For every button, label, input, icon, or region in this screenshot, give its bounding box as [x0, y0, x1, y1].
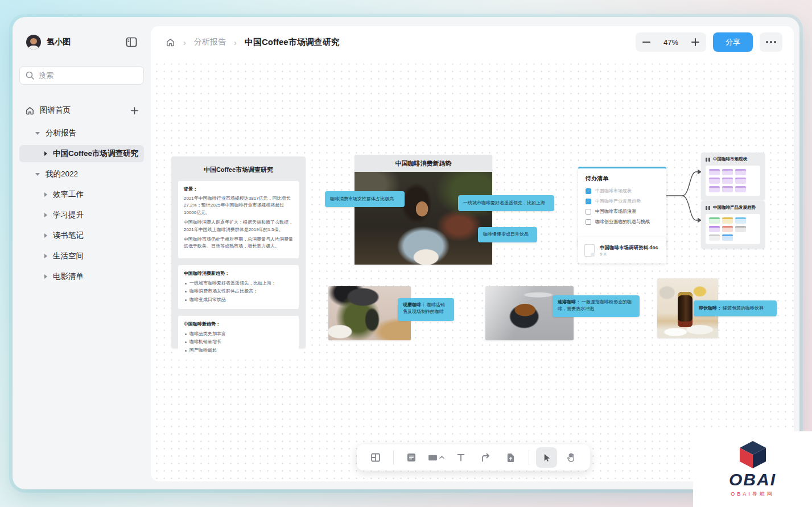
watermark-caption: OBAI导航网: [731, 490, 774, 498]
connector-arrows[interactable]: [666, 164, 703, 226]
file-name: 中国咖啡市场调研资料.doc: [600, 244, 658, 252]
sidebar-item-label: 读书笔记: [53, 230, 84, 241]
sidebar-item-label: 效率工作: [53, 189, 84, 200]
toolbar-divider: [529, 450, 529, 465]
sticky-ready-to-drink-coffee[interactable]: 即饮咖啡：罐装包装的咖啡饮料: [694, 300, 777, 316]
linked-board-market-status[interactable]: 中国咖啡市场现状: [701, 152, 765, 200]
mini-card: [722, 234, 733, 241]
sidebar-group-label: 我的2022: [46, 169, 78, 179]
search-box[interactable]: [19, 66, 144, 85]
doc-section-new-trends[interactable]: 中国咖啡新趋势： 咖啡品类更加丰富 咖啡机销量增长 国产咖啡崛起: [178, 316, 299, 360]
linked-board-product-trends[interactable]: 中国咖啡产品发展趋势: [701, 201, 765, 249]
sidebar-item-reading[interactable]: 读书笔记: [19, 227, 144, 244]
sidebar-nav: 图谱首页 分析报告 中国Coffee市场调查研究 我的2022 效率: [19, 102, 144, 285]
coffee-can: [678, 292, 693, 327]
mini-card-grid: [706, 166, 760, 196]
app-title: 氢小图: [47, 37, 126, 47]
canvas-header: › 分析报告 › 中国Coffee市场调查研究 47% 分享: [151, 26, 794, 58]
sticky-daily-drink[interactable]: 咖啡慢慢变成日常饮品: [478, 227, 537, 242]
bullet-item: 咖啡机销量增长: [184, 338, 293, 346]
sticky-female-consumers[interactable]: 咖啡消费市场女性群体占比极高: [325, 191, 405, 207]
sticky-tier1-cities[interactable]: 一线城市咖啡爱好者遥遥领先，比如上海: [458, 195, 554, 211]
mini-card: [735, 186, 746, 192]
sidebar-group-my2022[interactable]: 我的2022: [19, 166, 144, 183]
zoom-in-button[interactable]: [685, 32, 706, 52]
sidebar-item-learning[interactable]: 学习提升: [19, 207, 144, 224]
todo-item[interactable]: ✓ 中国咖啡产业发展趋势: [586, 198, 659, 204]
chevron-right-icon[interactable]: [44, 192, 47, 197]
chevron-right-icon[interactable]: [44, 213, 47, 217]
doc-card-title: 中国Coffee市场调查研究: [178, 166, 299, 174]
mini-card: [709, 217, 720, 224]
chevron-down-icon[interactable]: [35, 132, 40, 135]
connector-tool-button[interactable]: [475, 447, 497, 468]
checkbox-checked-icon[interactable]: ✓: [586, 188, 591, 194]
sidebar-item-label: 学习提升: [53, 210, 84, 220]
sidebar-group-reports[interactable]: 分析报告: [19, 125, 144, 142]
checkbox-checked-icon[interactable]: ✓: [586, 199, 591, 204]
zoom-out-button[interactable]: [636, 32, 657, 52]
doc-section-background[interactable]: 背景： 2021年中国咖啡行业市场规模达3817亿元，同比增长27.2%；预计2…: [178, 181, 299, 258]
sticky-fresh-ground-coffee[interactable]: 现磨咖啡：咖啡店销售及现场制作的咖啡: [398, 298, 454, 321]
note-icon: [406, 452, 417, 463]
share-button[interactable]: 分享: [713, 32, 753, 52]
note-tool-button[interactable]: [401, 447, 422, 468]
todo-item-label: 咖啡创业面临的机遇与挑战: [595, 219, 650, 225]
search-input[interactable]: [39, 71, 138, 80]
checkbox-unchecked-icon[interactable]: [586, 209, 591, 215]
sidebar-item-label: 图谱首页: [40, 105, 71, 116]
sidebar-item-coffee-research[interactable]: 中国Coffee市场调查研究: [19, 145, 144, 162]
sticky-term: 现磨咖啡：: [403, 302, 426, 307]
select-tool-button[interactable]: [536, 447, 558, 468]
section-heading: 中国咖啡消费新趋势：: [184, 270, 293, 277]
breadcrumb-level1[interactable]: 分析报告: [194, 37, 226, 47]
zoom-control: 47%: [636, 32, 706, 52]
mini-card: [722, 169, 733, 175]
sidebar-item-home[interactable]: 图谱首页: [19, 102, 144, 119]
more-button[interactable]: [760, 32, 782, 52]
file-attachment[interactable]: 中国咖啡市场调研资料.doc 9 K: [578, 237, 666, 263]
chevron-right-icon[interactable]: [44, 233, 47, 238]
mini-card: [709, 186, 720, 192]
doc-section-consumption-trends[interactable]: 中国咖啡消费新趋势： 一线城市咖啡爱好者遥遥领先，比如上海； 咖啡消费市场女性群…: [178, 265, 299, 309]
sticky-instant-coffee[interactable]: 速溶咖啡：一般是指咖啡粉形态的咖啡，需要热水冲泡: [553, 295, 640, 317]
linked-board-title: 中国咖啡市场现状: [713, 156, 747, 162]
mini-card-grid: [706, 214, 760, 244]
todo-item-label: 中国咖啡产业发展趋势: [595, 198, 641, 204]
sidebar-item-life[interactable]: 生活空间: [19, 248, 144, 265]
todo-item[interactable]: ✓ 中国咖啡市场现状: [586, 188, 659, 194]
frame-icon: [370, 452, 381, 463]
breadcrumb-home-icon[interactable]: [166, 38, 175, 47]
chevron-right-icon[interactable]: [44, 151, 47, 156]
sidebar-item-movies[interactable]: 电影清单: [19, 268, 144, 285]
upload-tool-button[interactable]: [500, 447, 522, 468]
mini-card: [709, 178, 720, 184]
user-avatar[interactable]: [26, 35, 41, 50]
chevron-right-icon[interactable]: [44, 274, 47, 279]
doc-card[interactable]: 中国Coffee市场调查研究 背景： 2021年中国咖啡行业市场规模达3817亿…: [171, 156, 306, 348]
todo-item-label: 中国咖啡市场现状: [595, 188, 632, 194]
shape-tool-button[interactable]: [426, 447, 447, 468]
pan-tool-button[interactable]: [560, 447, 582, 468]
chevron-right-icon[interactable]: [44, 254, 47, 258]
bullet-item: 咖啡品类更加丰富: [184, 330, 293, 338]
photo-woman-phone-coffee[interactable]: [355, 172, 492, 265]
todo-item[interactable]: 中国咖啡市场新浪潮: [586, 208, 659, 215]
watermark-brand: OBAI: [729, 471, 776, 488]
checkbox-unchecked-icon[interactable]: [586, 219, 591, 225]
zoom-level[interactable]: 47%: [657, 38, 685, 47]
todo-item[interactable]: 咖啡创业面临的机遇与挑战: [586, 219, 659, 225]
section-heading: 中国咖啡新趋势：: [184, 321, 293, 327]
linked-board-title: 中国咖啡产品发展趋势: [713, 205, 756, 211]
todo-title: 待办清单: [586, 175, 659, 183]
frame-tool-button[interactable]: [365, 447, 386, 468]
sidebar-item-efficiency[interactable]: 效率工作: [19, 186, 144, 203]
text-tool-button[interactable]: [450, 447, 472, 468]
chevron-down-icon[interactable]: [35, 173, 40, 176]
todo-card[interactable]: 待办清单 ✓ 中国咖啡市场现状 ✓ 中国咖啡产业发展趋势 中国咖啡市场新浪潮 咖…: [578, 167, 666, 248]
whiteboard[interactable]: 中国Coffee市场调查研究 背景： 2021年中国咖啡行业市场规模达3817亿…: [151, 58, 794, 481]
chevron-up-icon: [439, 456, 444, 459]
add-graph-icon[interactable]: [131, 107, 138, 114]
search-icon: [26, 71, 34, 80]
collapse-sidebar-icon[interactable]: [126, 37, 137, 47]
